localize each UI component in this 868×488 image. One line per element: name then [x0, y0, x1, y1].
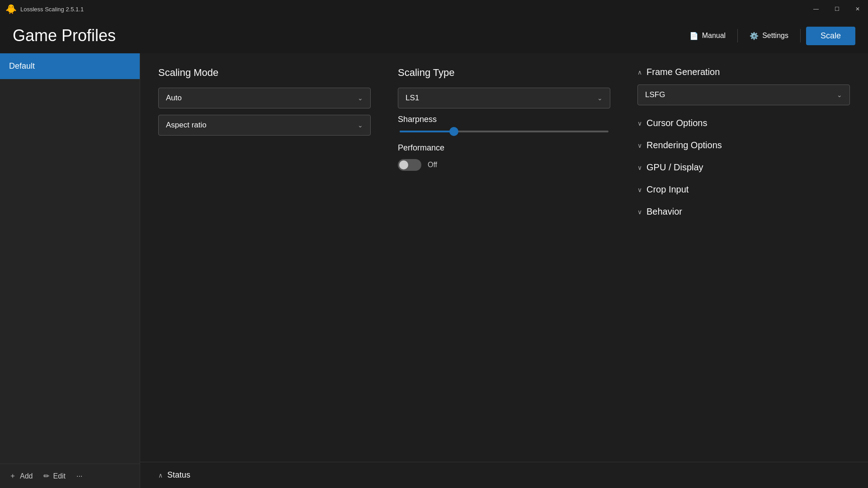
minimize-button[interactable]: —: [806, 0, 826, 18]
edit-icon: ✏: [43, 472, 49, 480]
add-profile-button[interactable]: ＋ Add: [9, 471, 33, 481]
gpu-display-label: GPU / Display: [646, 162, 703, 173]
main-panel: Scaling Mode Auto ⌄ Aspect ratio ⌄ Scali…: [140, 53, 868, 488]
scaling-mode-chevron: ⌄: [358, 94, 363, 102]
header: Game Profiles 📄 Manual ⚙️ Settings Scale: [0, 18, 868, 53]
divider-1: [737, 29, 738, 42]
status-label: Status: [167, 470, 190, 480]
crop-input-label: Crop Input: [646, 184, 689, 195]
frame-gen-dropdown[interactable]: LSFG ⌄: [637, 84, 850, 105]
sidebar-footer: ＋ Add ✏ Edit ···: [0, 464, 140, 488]
app-body: Game Profiles 📄 Manual ⚙️ Settings Scale…: [0, 18, 868, 488]
crop-input-section[interactable]: ∨ Crop Input: [637, 183, 850, 197]
rendering-options-chevron-icon: ∨: [637, 142, 642, 149]
aspect-ratio-value: Aspect ratio: [166, 121, 207, 130]
settings-button[interactable]: ⚙️ Settings: [740, 27, 798, 45]
more-options-button[interactable]: ···: [76, 471, 82, 481]
behavior-chevron-icon: ∨: [637, 208, 642, 216]
settings-icon: ⚙️: [750, 32, 759, 40]
rendering-options-label: Rendering Options: [646, 140, 722, 150]
frame-gen-chevron: ⌄: [837, 91, 842, 99]
scaling-mode-value: Auto: [166, 94, 182, 103]
manual-label: Manual: [702, 32, 726, 40]
frame-gen-chevron-icon: ∧: [637, 69, 642, 76]
scaling-mode-dropdown[interactable]: Auto ⌄: [158, 88, 371, 108]
aspect-ratio-dropdown[interactable]: Aspect ratio ⌄: [158, 115, 371, 136]
rendering-options-section[interactable]: ∨ Rendering Options: [637, 138, 850, 152]
gpu-display-section[interactable]: ∨ GPU / Display: [637, 160, 850, 174]
window-controls: — ☐ ✕: [806, 0, 868, 18]
app-icon: 🐥: [5, 4, 17, 14]
performance-toggle[interactable]: [398, 159, 421, 171]
manual-icon: 📄: [689, 32, 698, 40]
frame-gen-value: LSFG: [645, 90, 665, 99]
cursor-options-section[interactable]: ∨ Cursor Options: [637, 116, 850, 130]
aspect-ratio-chevron: ⌄: [358, 122, 363, 129]
content-area: Default ＋ Add ✏ Edit ··· Scaling Mode: [0, 53, 868, 488]
slider-track: [400, 131, 609, 132]
slider-thumb[interactable]: [449, 127, 458, 136]
maximize-button[interactable]: ☐: [826, 0, 847, 18]
sidebar-item-default[interactable]: Default: [0, 53, 140, 79]
scaling-mode-section: Scaling Mode Auto ⌄ Aspect ratio ⌄: [158, 67, 371, 227]
app-title: Lossless Scaling 2.5.1.1: [20, 6, 84, 13]
scaling-mode-title: Scaling Mode: [158, 67, 371, 79]
edit-profile-button[interactable]: ✏ Edit: [43, 471, 66, 481]
frame-generation-section: ∧ Frame Generation LSFG ⌄ ∨ Cursor Optio…: [637, 67, 850, 227]
status-bar: ∧ Status: [140, 462, 868, 488]
scale-button[interactable]: Scale: [806, 27, 855, 45]
more-icon: ···: [76, 472, 82, 480]
behavior-label: Behavior: [646, 206, 682, 217]
cursor-options-label: Cursor Options: [646, 118, 708, 128]
sharpness-label: Sharpness: [398, 115, 610, 124]
titlebar: 🐥 Lossless Scaling 2.5.1.1 — ☐ ✕: [0, 0, 868, 18]
scaling-type-dropdown[interactable]: LS1 ⌄: [398, 88, 610, 108]
manual-button[interactable]: 📄 Manual: [679, 27, 736, 45]
scaling-type-chevron: ⌄: [597, 94, 603, 102]
scaling-type-value: LS1: [406, 94, 419, 103]
status-chevron-icon: ∧: [158, 472, 163, 479]
cursor-options-chevron-icon: ∨: [637, 120, 642, 127]
page-title: Game Profiles: [13, 26, 679, 45]
slider-fill: [400, 131, 454, 132]
gpu-display-chevron-icon: ∨: [637, 164, 642, 171]
frame-generation-header[interactable]: ∧ Frame Generation: [637, 67, 850, 77]
sharpness-slider[interactable]: [398, 131, 610, 132]
settings-label: Settings: [762, 32, 788, 40]
scaling-type-title: Scaling Type: [398, 67, 610, 79]
sidebar: Default ＋ Add ✏ Edit ···: [0, 53, 140, 488]
frame-generation-title: Frame Generation: [646, 67, 720, 77]
close-button[interactable]: ✕: [847, 0, 868, 18]
add-label: Add: [20, 472, 33, 480]
crop-input-chevron-icon: ∨: [637, 186, 642, 193]
header-actions: 📄 Manual ⚙️ Settings Scale: [679, 27, 855, 45]
behavior-section[interactable]: ∨ Behavior: [637, 205, 850, 219]
divider-2: [800, 29, 801, 42]
toggle-knob: [399, 160, 408, 169]
status-bar-inner[interactable]: ∧ Status: [158, 470, 850, 480]
edit-label: Edit: [53, 472, 66, 480]
performance-label: Performance: [398, 143, 610, 153]
performance-toggle-row: Off: [398, 159, 610, 171]
add-icon: ＋: [9, 471, 16, 481]
scaling-type-section: Scaling Type LS1 ⌄ Sharpness Performance: [398, 67, 610, 227]
performance-state-label: Off: [428, 161, 437, 169]
